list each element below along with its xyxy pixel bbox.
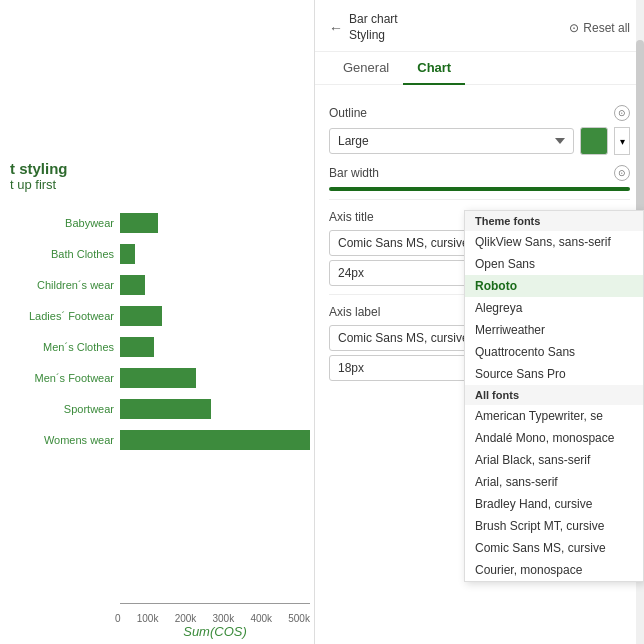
outline-select[interactable]: Large Small Medium None [329,128,574,154]
outline-reset-icon[interactable]: ⊙ [614,105,630,121]
bar-width-section-header: Bar width ⊙ [329,165,630,181]
bar-row: Sportwear [10,396,310,422]
bar-width-reset-icon[interactable]: ⊙ [614,165,630,181]
x-axis-label: 400k [250,613,272,624]
x-axis [120,603,310,604]
font-list-item[interactable]: Open Sans [465,253,643,275]
font-list-panel: Theme fontsQlikView Sans, sans-serifOpen… [464,210,644,582]
x-axis-label: 500k [288,613,310,624]
theme-fonts-header: Theme fonts [465,211,643,231]
x-axis-label: 100k [137,613,159,624]
font-list-item[interactable]: Courier, monospace [465,559,643,581]
font-list-item[interactable]: Arial Black, sans-serif [465,449,643,471]
bar-track [120,337,310,357]
bar-label: Men´s Clothes [10,341,120,353]
bar-track [120,399,310,419]
panel-title: Bar chartStyling [349,12,398,43]
bar-row: Men´s Footwear [10,365,310,391]
font-list-item[interactable]: QlikView Sans, sans-serif [465,231,643,253]
tab-general[interactable]: General [329,52,403,85]
bar-label: Men´s Footwear [10,372,120,384]
bar-track [120,213,310,233]
font-list-item[interactable]: American Typewriter, se [465,405,643,427]
all-fonts-header: All fonts [465,385,643,405]
bar-fill [120,275,145,295]
chart-title-line1: t styling [10,160,68,177]
bar-label: Babywear [10,217,120,229]
outline-label: Outline [329,106,367,120]
bar-fill [120,244,135,264]
bar-label: Womens wear [10,434,120,446]
bar-label: Bath Clothes [10,248,120,260]
divider-1 [329,199,630,200]
tab-chart[interactable]: Chart [403,52,465,85]
outline-row: Large Small Medium None ▾ [329,127,630,155]
x-axis-label: 0 [115,613,121,624]
outline-section-header: Outline ⊙ [329,105,630,121]
panel-tabs: General Chart [315,52,644,85]
axis-label-label: Axis label [329,305,380,319]
bar-row: Ladies´ Footwear [10,303,310,329]
font-list-item[interactable]: Arial, sans-serif [465,471,643,493]
bar-track [120,244,310,264]
reset-all-button[interactable]: ⊙ Reset all [569,21,630,35]
font-list-item[interactable]: Comic Sans MS, cursive [465,537,643,559]
bar-label: Sportwear [10,403,120,415]
panel-header: ← Bar chartStyling ⊙ Reset all [315,0,644,52]
bar-track [120,368,310,388]
outline-color-swatch[interactable] [580,127,608,155]
bar-chart: BabywearBath ClothesChildren´s wearLadie… [10,210,310,458]
font-list-item[interactable]: Bradley Hand, cursive [465,493,643,515]
chart-title: t styling t up first [10,160,68,192]
bar-width-slider-container [329,187,630,191]
bar-row: Babywear [10,210,310,236]
x-axis-label: 300k [213,613,235,624]
bar-track [120,430,310,450]
bar-fill [120,337,154,357]
font-list-item[interactable]: Merriweather [465,319,643,341]
bar-row: Bath Clothes [10,241,310,267]
chart-area: t styling t up first BabywearBath Clothe… [0,0,320,644]
bar-track [120,306,310,326]
bar-width-slider-track[interactable] [329,187,630,191]
bar-label: Ladies´ Footwear [10,310,120,322]
back-button[interactable]: ← Bar chartStyling [329,12,398,43]
chart-title-line2: t up first [10,177,68,192]
font-list-item[interactable]: Quattrocento Sans [465,341,643,363]
bar-row: Children´s wear [10,272,310,298]
bar-width-label: Bar width [329,166,379,180]
x-axis-labels: 0100k200k300k400k500k [115,613,310,624]
bar-label: Children´s wear [10,279,120,291]
back-arrow-icon: ← [329,20,343,36]
font-list-item[interactable]: Alegreya [465,297,643,319]
bar-row: Men´s Clothes [10,334,310,360]
axis-title-label: Axis title [329,210,374,224]
bar-fill [120,306,162,326]
outline-color-dropdown[interactable]: ▾ [614,127,630,155]
reset-icon: ⊙ [569,21,579,35]
bar-fill [120,399,211,419]
font-list-item[interactable]: Source Sans Pro [465,363,643,385]
font-list-item[interactable]: Andalé Mono, monospace [465,427,643,449]
bar-fill [120,213,158,233]
bar-row: Womens wear [10,427,310,453]
bar-fill [120,368,196,388]
reset-label: Reset all [583,21,630,35]
x-axis-label: 200k [175,613,197,624]
x-axis-title: Sum(COS) [120,624,310,639]
bar-track [120,275,310,295]
font-list-item[interactable]: Brush Script MT, cursive [465,515,643,537]
bar-fill [120,430,310,450]
font-list-item[interactable]: Roboto [465,275,643,297]
